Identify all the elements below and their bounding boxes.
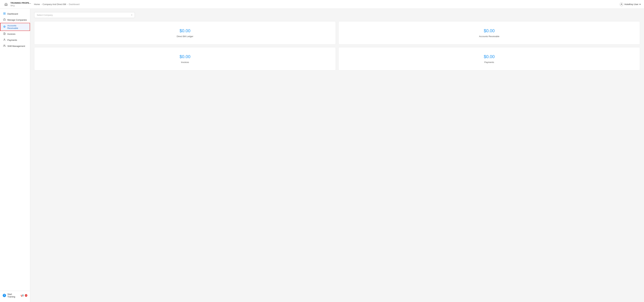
user-avatar-icon <box>620 3 623 6</box>
breadcrumb-home[interactable]: Home <box>34 3 40 6</box>
shift-management-icon <box>3 45 6 48</box>
breadcrumb: Home › Company And Direct Bill › Dashboa… <box>34 3 80 6</box>
sidebar-item-shift-management[interactable]: Shift Management <box>0 43 30 49</box>
direct-bill-ledger-label: Direct Bill Ledger <box>177 35 193 38</box>
invoices-icon <box>3 32 6 36</box>
accounts-receivable-label: Accounts Receivable <box>479 35 499 38</box>
accounts-receivable-amount: $0.00 <box>484 28 494 33</box>
home-icon[interactable] <box>3 2 9 7</box>
sidebar-item-invoices-label: Invoices <box>8 33 16 35</box>
sidebar-item-dashboard[interactable]: Dashboard <box>0 11 30 17</box>
card-direct-bill-ledger[interactable]: $0.00 Direct Bill Ledger <box>34 21 336 45</box>
main-content: Select Company ▾ $0.00 Direct Bill Ledge… <box>30 9 644 302</box>
sidebar-item-invoices[interactable]: Invoices <box>0 31 30 37</box>
start-training-button[interactable]: ? Start Training 📢 0 <box>0 291 30 300</box>
user-menu-chevron-icon: ▾ <box>640 3 641 6</box>
user-name: HotelKey User <box>624 3 638 6</box>
dashboard-icon <box>3 12 6 15</box>
payments-icon <box>3 39 6 42</box>
svg-point-16 <box>4 39 5 40</box>
dashboard-cards: $0.00 Direct Bill Ledger $0.00 Accounts … <box>34 21 640 70</box>
breadcrumb-company[interactable]: Company And Direct Bill <box>42 3 66 6</box>
app-title: TRAINING PROPE... TP11 <box>10 2 31 7</box>
sidebar-item-manage-companies-label: Manage Companies <box>8 19 27 21</box>
breadcrumb-sep-2: › <box>67 3 68 6</box>
start-training-label: Start Training <box>8 293 19 298</box>
company-select-placeholder: Select Company <box>37 14 53 16</box>
invoices-amount: $0.00 <box>180 54 190 59</box>
header: TRAINING PROPE... TP11 Home › Company An… <box>0 0 644 9</box>
svg-rect-1 <box>4 13 4 13</box>
accounts-receivable-icon <box>3 25 6 28</box>
megaphone-icon: 📢 <box>21 294 24 297</box>
training-badge: 0 <box>25 294 27 297</box>
direct-bill-ledger-amount: $0.00 <box>180 28 190 33</box>
sidebar-item-payments-label: Payments <box>8 39 17 41</box>
sidebar: Dashboard Manage Companies <box>0 9 30 302</box>
company-select-dropdown[interactable]: Select Company ▾ <box>34 12 135 18</box>
sidebar-item-accounts-receivable[interactable]: Accounts Receivable <box>0 23 30 31</box>
help-icon: ? <box>3 294 6 297</box>
payments-amount: $0.00 <box>484 54 494 59</box>
company-select-chevron-icon: ▾ <box>131 14 132 16</box>
sidebar-item-manage-companies[interactable]: Manage Companies <box>0 17 30 23</box>
breadcrumb-sep-1: › <box>41 3 42 6</box>
svg-rect-3 <box>4 14 4 15</box>
sidebar-item-dashboard-label: Dashboard <box>8 13 18 15</box>
svg-rect-4 <box>5 14 5 15</box>
svg-point-17 <box>4 45 4 46</box>
sidebar-item-accounts-receivable-label: Accounts Receivable <box>8 24 27 29</box>
svg-point-9 <box>4 26 5 27</box>
header-left: TRAINING PROPE... TP11 Home › Company An… <box>3 2 80 7</box>
svg-point-0 <box>621 4 622 4</box>
card-invoices[interactable]: $0.00 Invoices <box>34 47 336 70</box>
manage-companies-icon <box>3 18 6 21</box>
layout: Dashboard Manage Companies <box>0 9 644 302</box>
breadcrumb-current: Dashboard <box>69 3 80 6</box>
card-accounts-receivable[interactable]: $0.00 Accounts Receivable <box>338 21 640 45</box>
user-menu[interactable]: HotelKey User ▾ <box>620 3 641 6</box>
svg-rect-2 <box>5 13 5 13</box>
sidebar-item-payments[interactable]: Payments <box>0 37 30 43</box>
card-payments[interactable]: $0.00 Payments <box>338 47 640 70</box>
payments-label: Payments <box>484 61 494 64</box>
invoices-label: Invoices <box>181 61 189 64</box>
sidebar-item-shift-management-label: Shift Management <box>8 45 25 47</box>
